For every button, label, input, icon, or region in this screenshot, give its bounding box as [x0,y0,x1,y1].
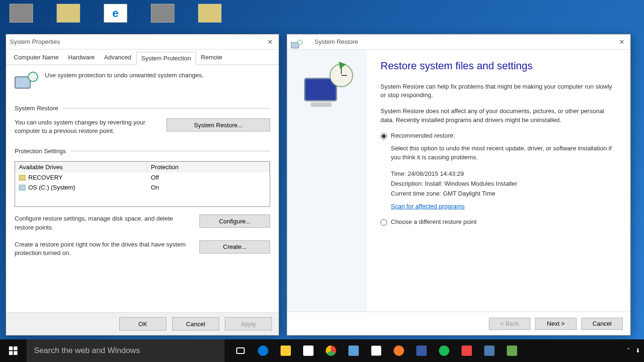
desktop-icon[interactable] [9,4,33,23]
desktop-icons: e [9,4,222,23]
system-restore-icon [301,64,353,111]
col-available-drives: Available Drives [15,162,147,173]
radio-recommended[interactable]: Recommended restore: [380,132,617,140]
taskbar-apps [229,339,523,362]
chrome-icon[interactable] [320,339,342,362]
titlebar[interactable]: System Restore ✕ [287,34,630,49]
desktop-icon[interactable] [151,4,174,23]
tab-computer-name[interactable]: Computer Name [9,51,63,65]
start-button[interactable] [0,339,26,362]
taskbar: Search the web and Windows ˄ ⬇ [0,339,644,362]
search-placeholder: Search the web and Windows [34,346,140,355]
desktop-folder-icon[interactable] [198,4,222,23]
wizard-heading: Restore system files and settings [380,60,617,72]
app-icon[interactable] [365,339,388,362]
create-button[interactable]: Create... [199,240,270,254]
restore-description: Description: Install: Windows Modules In… [391,180,617,187]
table-row[interactable]: OS (C:) (System) On [15,182,270,192]
system-restore-button[interactable]: System Restore... [166,118,270,132]
col-protection: Protection [147,162,270,173]
search-input[interactable]: Search the web and Windows [26,339,224,362]
drive-icon [19,175,25,181]
window-title: System Properties [10,38,60,45]
create-text: Create a restore point right now for the… [15,240,190,257]
snipping-tool-icon[interactable] [388,339,410,362]
restore-time: Time: 24/08/2015 14:43:29 [391,170,617,177]
scan-affected-link[interactable]: Scan for affected programs [391,203,465,210]
cancel-button[interactable]: Cancel [581,318,623,330]
configure-button[interactable]: Configure... [199,214,270,228]
app-icon[interactable] [455,339,478,362]
ok-button[interactable]: OK [119,317,166,330]
titlebar[interactable]: System Properties ✕ [6,34,279,49]
system-properties-window: System Properties ✕ Computer Name Hardwa… [6,34,279,336]
wizard-sidebar [287,49,367,312]
app-icon[interactable] [410,339,433,362]
radio-dot-icon[interactable] [380,219,387,226]
task-view-icon[interactable] [229,339,252,362]
group-system-restore: System Restore [15,105,58,112]
close-icon[interactable]: ✕ [617,38,627,46]
desktop-folder-icon[interactable] [57,4,80,23]
system-restore-window: System Restore ✕ Restore system files an… [287,34,631,336]
file-explorer-icon[interactable] [274,339,297,362]
tab-system-protection[interactable]: System Protection [136,52,197,65]
next-button[interactable]: Next > [535,318,577,330]
tray-chevron-icon[interactable]: ˄ [627,347,630,354]
drive-icon [19,185,25,190]
radio-recommended-label: Recommended restore: [391,132,617,139]
window-title: System Restore [314,38,358,45]
tabs: Computer Name Hardware Advanced System P… [6,49,279,65]
system-tray[interactable]: ˄ ⬇ [627,347,644,354]
radio-different-label: Choose a different restore point [391,218,617,225]
app-icon[interactable] [342,339,365,362]
radio-different-point[interactable]: Choose a different restore point [380,218,617,226]
wizard-main: Restore system files and settings System… [367,49,630,312]
tray-download-icon[interactable]: ⬇ [636,347,640,354]
system-restore-text: You can undo system changes by reverting… [15,118,157,135]
app-icon[interactable] [501,339,523,362]
apply-button: Apply [225,317,272,330]
app-icon[interactable] [478,339,501,362]
drives-table: Available Drives Protection RECOVERY Off… [15,161,270,207]
close-icon[interactable]: ✕ [265,38,275,46]
configure-text: Configure restore settings, manage disk … [15,214,190,231]
wizard-footer: < Back Next > Cancel [287,312,630,335]
desktop-edge-icon[interactable]: e [104,4,127,23]
radio-dot-icon[interactable] [380,133,387,140]
tab-advanced[interactable]: Advanced [99,51,136,65]
cancel-button[interactable]: Cancel [172,317,219,330]
tab-hardware[interactable]: Hardware [63,51,99,65]
edge-icon[interactable] [252,339,274,362]
back-button: < Back [489,318,530,330]
store-icon[interactable] [297,339,320,362]
intro-text: Use system protection to undo unwanted s… [45,72,204,79]
wizard-p2: System Restore does not affect any of yo… [380,107,617,124]
tab-body: Use system protection to undo unwanted s… [6,65,279,275]
table-row[interactable]: RECOVERY Off [15,173,270,182]
spotify-icon[interactable] [433,339,455,362]
system-protection-icon [15,72,38,92]
restore-timezone: Current time zone: GMT Daylight Time [391,190,617,197]
wizard-p1: System Restore can help fix problems tha… [380,82,617,99]
group-protection-settings: Protection Settings [15,148,66,155]
dialog-buttons: OK Cancel Apply [6,312,279,335]
windows-logo-icon [9,346,17,355]
restore-titlebar-icon [291,40,303,44]
recommended-desc: Select this option to undo the most rece… [391,144,617,162]
tab-remote[interactable]: Remote [196,51,227,65]
